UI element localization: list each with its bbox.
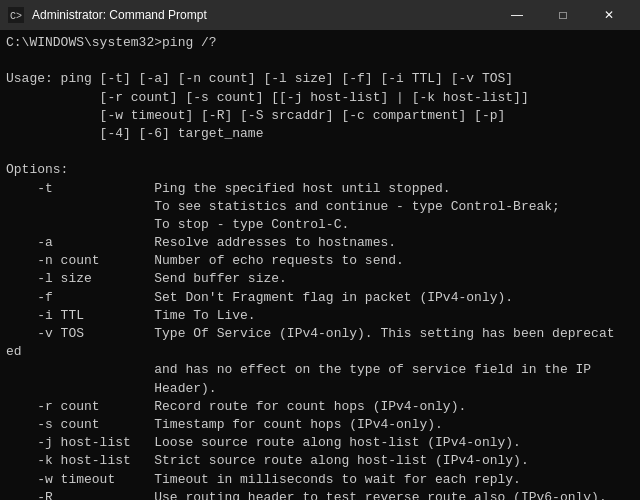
close-button[interactable]: ✕ bbox=[586, 0, 632, 30]
minimize-button[interactable]: — bbox=[494, 0, 540, 30]
maximize-button[interactable]: □ bbox=[540, 0, 586, 30]
title-bar: C> Administrator: Command Prompt — □ ✕ bbox=[0, 0, 640, 30]
console-output: C:\WINDOWS\system32>ping /? Usage: ping … bbox=[0, 30, 640, 500]
title-bar-left: C> Administrator: Command Prompt bbox=[8, 7, 207, 23]
window-controls: — □ ✕ bbox=[494, 0, 632, 30]
svg-text:C>: C> bbox=[10, 11, 22, 22]
window-title: Administrator: Command Prompt bbox=[32, 8, 207, 22]
command-prompt-window: C> Administrator: Command Prompt — □ ✕ C… bbox=[0, 0, 640, 500]
cmd-icon: C> bbox=[8, 7, 24, 23]
